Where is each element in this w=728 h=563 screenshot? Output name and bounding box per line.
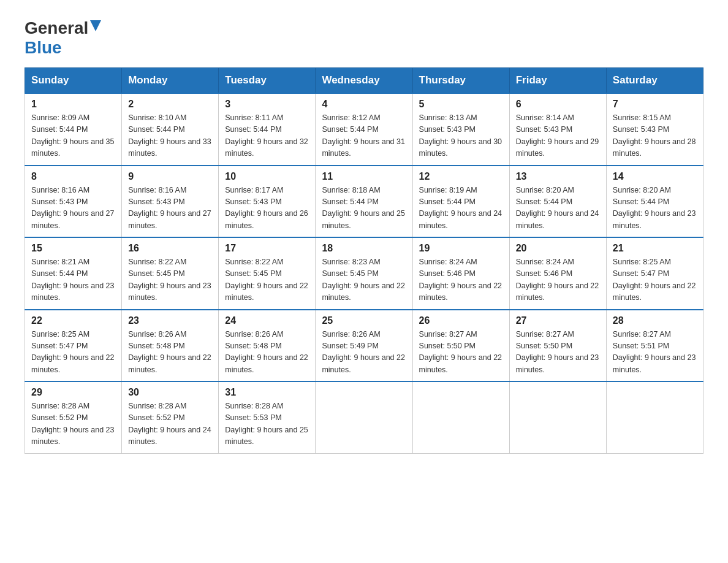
day-number: 1 xyxy=(31,99,115,110)
day-number: 24 xyxy=(225,315,309,326)
day-info: Sunrise: 8:15 AMSunset: 5:43 PMDaylight:… xyxy=(613,113,696,158)
logo-general-text: General xyxy=(25,18,88,38)
day-info: Sunrise: 8:11 AMSunset: 5:44 PMDaylight:… xyxy=(225,113,308,158)
column-header-thursday: Thursday xyxy=(412,68,509,94)
calendar-week-row: 1 Sunrise: 8:09 AMSunset: 5:44 PMDayligh… xyxy=(25,93,703,166)
day-number: 25 xyxy=(322,315,406,326)
day-info: Sunrise: 8:24 AMSunset: 5:46 PMDaylight:… xyxy=(516,258,599,302)
day-number: 30 xyxy=(128,387,212,398)
day-info: Sunrise: 8:28 AMSunset: 5:53 PMDaylight:… xyxy=(225,402,308,446)
calendar-cell: 15 Sunrise: 8:21 AMSunset: 5:44 PMDaylig… xyxy=(25,237,122,310)
calendar-cell: 31 Sunrise: 8:28 AMSunset: 5:53 PMDaylig… xyxy=(219,381,316,453)
day-info: Sunrise: 8:28 AMSunset: 5:52 PMDaylight:… xyxy=(31,402,115,446)
day-info: Sunrise: 8:27 AMSunset: 5:50 PMDaylight:… xyxy=(419,330,502,374)
day-info: Sunrise: 8:20 AMSunset: 5:44 PMDaylight:… xyxy=(516,186,599,230)
header: General Blue xyxy=(25,18,703,58)
day-info: Sunrise: 8:27 AMSunset: 5:50 PMDaylight:… xyxy=(516,330,599,374)
svg-marker-0 xyxy=(90,20,101,31)
calendar-cell xyxy=(316,381,412,453)
day-info: Sunrise: 8:12 AMSunset: 5:44 PMDaylight:… xyxy=(322,113,405,158)
day-number: 15 xyxy=(31,243,115,254)
day-number: 23 xyxy=(128,315,212,326)
calendar-cell xyxy=(412,381,509,453)
day-number: 31 xyxy=(225,387,309,398)
calendar-cell: 16 Sunrise: 8:22 AMSunset: 5:45 PMDaylig… xyxy=(122,237,219,310)
calendar-cell: 19 Sunrise: 8:24 AMSunset: 5:46 PMDaylig… xyxy=(412,237,509,310)
day-number: 28 xyxy=(613,315,697,326)
column-header-tuesday: Tuesday xyxy=(219,68,316,94)
day-info: Sunrise: 8:19 AMSunset: 5:44 PMDaylight:… xyxy=(419,186,502,230)
calendar-cell: 18 Sunrise: 8:23 AMSunset: 5:45 PMDaylig… xyxy=(316,237,412,310)
calendar-cell: 21 Sunrise: 8:25 AMSunset: 5:47 PMDaylig… xyxy=(606,237,703,310)
day-info: Sunrise: 8:10 AMSunset: 5:44 PMDaylight:… xyxy=(128,113,211,158)
column-header-sunday: Sunday xyxy=(25,68,122,94)
calendar-cell: 10 Sunrise: 8:17 AMSunset: 5:43 PMDaylig… xyxy=(219,166,316,238)
calendar-cell: 30 Sunrise: 8:28 AMSunset: 5:52 PMDaylig… xyxy=(122,381,219,453)
day-number: 17 xyxy=(225,243,309,254)
calendar-cell: 2 Sunrise: 8:10 AMSunset: 5:44 PMDayligh… xyxy=(122,93,219,166)
day-number: 18 xyxy=(322,243,406,254)
day-number: 29 xyxy=(31,387,115,398)
calendar-cell: 13 Sunrise: 8:20 AMSunset: 5:44 PMDaylig… xyxy=(509,166,606,238)
calendar-cell: 24 Sunrise: 8:26 AMSunset: 5:48 PMDaylig… xyxy=(219,310,316,382)
calendar-cell: 11 Sunrise: 8:18 AMSunset: 5:44 PMDaylig… xyxy=(316,166,412,238)
day-number: 11 xyxy=(322,171,406,182)
calendar-week-row: 29 Sunrise: 8:28 AMSunset: 5:52 PMDaylig… xyxy=(25,381,703,453)
calendar-cell: 22 Sunrise: 8:25 AMSunset: 5:47 PMDaylig… xyxy=(25,310,122,382)
day-number: 7 xyxy=(613,99,697,110)
day-number: 6 xyxy=(516,99,600,110)
day-info: Sunrise: 8:13 AMSunset: 5:43 PMDaylight:… xyxy=(419,113,502,158)
day-info: Sunrise: 8:18 AMSunset: 5:44 PMDaylight:… xyxy=(322,186,405,230)
calendar-cell: 27 Sunrise: 8:27 AMSunset: 5:50 PMDaylig… xyxy=(509,310,606,382)
column-header-saturday: Saturday xyxy=(606,68,703,94)
day-number: 8 xyxy=(31,171,115,182)
calendar-cell xyxy=(509,381,606,453)
logo: General Blue xyxy=(25,18,101,58)
day-number: 5 xyxy=(419,99,503,110)
day-info: Sunrise: 8:14 AMSunset: 5:43 PMDaylight:… xyxy=(516,113,599,158)
calendar-cell: 5 Sunrise: 8:13 AMSunset: 5:43 PMDayligh… xyxy=(412,93,509,166)
day-info: Sunrise: 8:16 AMSunset: 5:43 PMDaylight:… xyxy=(31,186,115,230)
day-number: 3 xyxy=(225,99,309,110)
calendar-cell: 23 Sunrise: 8:26 AMSunset: 5:48 PMDaylig… xyxy=(122,310,219,382)
logo-blue-text: Blue xyxy=(25,38,62,57)
day-number: 16 xyxy=(128,243,212,254)
calendar-cell: 14 Sunrise: 8:20 AMSunset: 5:44 PMDaylig… xyxy=(606,166,703,238)
day-number: 10 xyxy=(225,171,309,182)
day-info: Sunrise: 8:17 AMSunset: 5:43 PMDaylight:… xyxy=(225,186,308,230)
calendar-cell xyxy=(606,381,703,453)
calendar-cell: 29 Sunrise: 8:28 AMSunset: 5:52 PMDaylig… xyxy=(25,381,122,453)
day-number: 12 xyxy=(419,171,503,182)
day-info: Sunrise: 8:25 AMSunset: 5:47 PMDaylight:… xyxy=(613,258,696,302)
day-info: Sunrise: 8:26 AMSunset: 5:48 PMDaylight:… xyxy=(225,330,308,374)
calendar-cell: 9 Sunrise: 8:16 AMSunset: 5:43 PMDayligh… xyxy=(122,166,219,238)
calendar-cell: 3 Sunrise: 8:11 AMSunset: 5:44 PMDayligh… xyxy=(219,93,316,166)
day-info: Sunrise: 8:26 AMSunset: 5:48 PMDaylight:… xyxy=(128,330,211,374)
calendar-cell: 7 Sunrise: 8:15 AMSunset: 5:43 PMDayligh… xyxy=(606,93,703,166)
day-info: Sunrise: 8:22 AMSunset: 5:45 PMDaylight:… xyxy=(128,258,211,302)
day-number: 9 xyxy=(128,171,212,182)
day-info: Sunrise: 8:16 AMSunset: 5:43 PMDaylight:… xyxy=(128,186,211,230)
calendar-week-row: 15 Sunrise: 8:21 AMSunset: 5:44 PMDaylig… xyxy=(25,237,703,310)
calendar-cell: 12 Sunrise: 8:19 AMSunset: 5:44 PMDaylig… xyxy=(412,166,509,238)
day-info: Sunrise: 8:21 AMSunset: 5:44 PMDaylight:… xyxy=(31,258,115,302)
day-number: 4 xyxy=(322,99,406,110)
day-number: 21 xyxy=(613,243,697,254)
day-number: 20 xyxy=(516,243,600,254)
day-info: Sunrise: 8:24 AMSunset: 5:46 PMDaylight:… xyxy=(419,258,502,302)
day-number: 19 xyxy=(419,243,503,254)
day-number: 27 xyxy=(516,315,600,326)
calendar-week-row: 8 Sunrise: 8:16 AMSunset: 5:43 PMDayligh… xyxy=(25,166,703,238)
day-number: 14 xyxy=(613,171,697,182)
day-number: 13 xyxy=(516,171,600,182)
day-info: Sunrise: 8:25 AMSunset: 5:47 PMDaylight:… xyxy=(31,330,115,374)
column-header-wednesday: Wednesday xyxy=(316,68,412,94)
day-number: 2 xyxy=(128,99,212,110)
calendar-cell: 28 Sunrise: 8:27 AMSunset: 5:51 PMDaylig… xyxy=(606,310,703,382)
calendar-cell: 20 Sunrise: 8:24 AMSunset: 5:46 PMDaylig… xyxy=(509,237,606,310)
column-header-monday: Monday xyxy=(122,68,219,94)
calendar-cell: 6 Sunrise: 8:14 AMSunset: 5:43 PMDayligh… xyxy=(509,93,606,166)
calendar-table: SundayMondayTuesdayWednesdayThursdayFrid… xyxy=(25,67,703,454)
column-header-friday: Friday xyxy=(509,68,606,94)
calendar-cell: 25 Sunrise: 8:26 AMSunset: 5:49 PMDaylig… xyxy=(316,310,412,382)
